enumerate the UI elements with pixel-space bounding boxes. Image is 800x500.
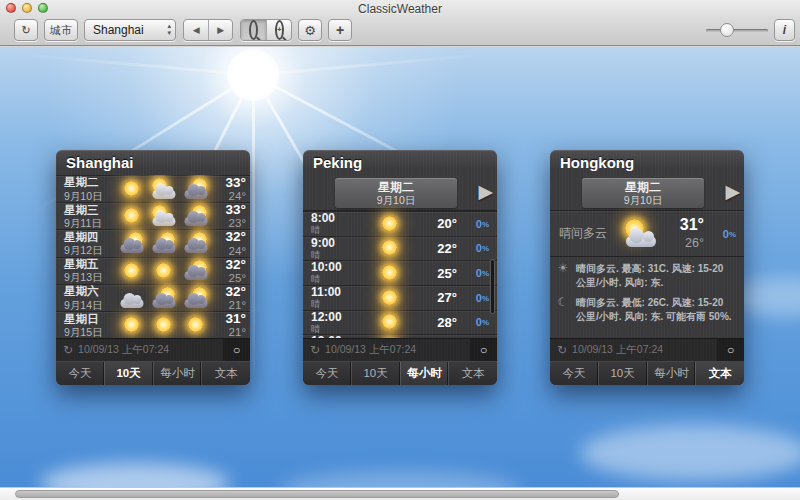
suncloud-dark-icon xyxy=(180,232,212,255)
hourly-icon xyxy=(359,286,421,309)
refresh-icon[interactable]: ↻ xyxy=(557,343,567,357)
tab-每小时[interactable]: 每小时 xyxy=(400,362,449,385)
titlebar[interactable]: ClassicWeather xyxy=(0,0,800,16)
tab-每小时[interactable]: 每小时 xyxy=(647,362,696,385)
suncloud-icon xyxy=(148,205,180,228)
hourly-forecast-row[interactable]: 10:00晴25°0% xyxy=(303,260,497,285)
suncloud-dark-icon xyxy=(180,287,212,310)
day-label: 星期五9月13日 xyxy=(64,258,114,283)
city-button-label: 城市 xyxy=(50,23,72,38)
tab-文本[interactable]: 文本 xyxy=(695,362,744,385)
hourly-forecast-row[interactable]: 12:00晴28°0% xyxy=(303,310,497,335)
horizontal-scrollbar-thumb[interactable] xyxy=(15,490,619,498)
window-title: ClassicWeather xyxy=(0,2,800,16)
weather-panel-shanghai[interactable]: Shanghai 星期二9月10日33°24°50%星期三9月11日33°23°… xyxy=(56,150,250,385)
hourly-forecast-row[interactable]: 8:00晴20°0% xyxy=(303,211,497,236)
temps: 32°21° xyxy=(214,285,246,311)
day-label: 星期日9月15日 xyxy=(64,313,114,338)
next-day-icon[interactable]: ▶ xyxy=(725,180,740,203)
temp: 25° xyxy=(421,266,457,281)
sun-icon xyxy=(148,259,180,282)
daily-forecast-row[interactable]: 星期五9月13日32°25°40% xyxy=(56,257,250,284)
weekday: 星期五 xyxy=(64,258,114,271)
sun-icon: ☀ xyxy=(556,262,570,289)
hourly-icon xyxy=(359,262,421,285)
view-tabs: 今天10天每小时文本 xyxy=(550,361,744,385)
tab-10天[interactable]: 10天 xyxy=(598,362,647,385)
vertical-scrollbar-thumb[interactable] xyxy=(490,259,495,314)
next-day-icon[interactable]: ▶ xyxy=(478,180,493,203)
back-button[interactable]: ◀ xyxy=(184,20,208,40)
daily-icons xyxy=(114,287,214,310)
cloud xyxy=(40,463,230,487)
slider-knob[interactable] xyxy=(720,23,734,37)
zoom-in-button[interactable]: + xyxy=(266,20,291,40)
tab-今天[interactable]: 今天 xyxy=(56,362,104,385)
city-select[interactable]: Shanghai ▴▾ xyxy=(84,19,176,41)
weekday: 星期四 xyxy=(64,231,114,244)
zoom-in-icon: + xyxy=(275,20,284,40)
view-tabs: 今天10天每小时文本 xyxy=(303,361,497,385)
selected-day: 星期二 xyxy=(335,180,457,194)
suncloud-dark-icon xyxy=(148,287,180,310)
time-label: 8:00晴 xyxy=(311,212,359,236)
precip-chance: 0% xyxy=(457,267,491,279)
city-button[interactable]: 城市 xyxy=(44,19,78,41)
sun-icon xyxy=(374,311,406,334)
cloud xyxy=(280,471,520,487)
info-icon: i xyxy=(783,23,786,37)
precip-chance: 50% xyxy=(246,292,250,304)
sun-icon xyxy=(148,314,180,337)
hourly-forecast-row[interactable]: 9:00晴22°0% xyxy=(303,236,497,261)
tab-10天[interactable]: 10天 xyxy=(104,362,153,385)
locate-button[interactable]: ○ xyxy=(717,339,744,361)
weather-panel-peking[interactable]: Peking 星期二 9月10日 ▶ 8:00晴20°0%9:00晴22°0%1… xyxy=(303,150,497,385)
forward-button[interactable]: ▶ xyxy=(208,20,232,40)
suncloud-dark-icon xyxy=(148,232,180,255)
temps: 33°24° xyxy=(214,176,246,202)
tab-今天[interactable]: 今天 xyxy=(550,362,598,385)
refresh-icon[interactable]: ↻ xyxy=(63,343,73,357)
tab-文本[interactable]: 文本 xyxy=(201,362,250,385)
condition: 晴 xyxy=(311,274,359,284)
locate-button[interactable]: ○ xyxy=(470,339,497,361)
precip-chance: 40% xyxy=(246,210,250,222)
suncloud-dark-icon xyxy=(180,259,212,282)
date: 9月11日 xyxy=(64,217,114,229)
weather-panel-hongkong[interactable]: Hongkong 星期二 9月10日 ▶ 晴间多云 31° 26° xyxy=(550,150,744,385)
back-icon: ◀ xyxy=(193,20,200,40)
refresh-button[interactable]: ↻ xyxy=(14,19,38,41)
precip-chance: 40% xyxy=(246,265,250,277)
tab-每小时[interactable]: 每小时 xyxy=(153,362,202,385)
tab-10天[interactable]: 10天 xyxy=(351,362,400,385)
daily-forecast-row[interactable]: 星期六9月14日32°21°50% xyxy=(56,284,250,311)
horizontal-scrollbar[interactable] xyxy=(0,487,800,500)
add-city-button[interactable]: + xyxy=(328,19,352,41)
daily-forecast-row[interactable]: 星期三9月11日33°23°40% xyxy=(56,202,250,229)
day-selector-box[interactable]: 星期二 9月10日 xyxy=(582,178,704,208)
status-bar: ↻ 10/09/13 上午07:24 ○ xyxy=(56,338,250,361)
last-updated: 10/09/13 上午07:24 xyxy=(78,343,169,357)
daily-icons xyxy=(114,314,214,337)
zoom-out-button[interactable] xyxy=(241,20,266,40)
time-label: 11:00晴 xyxy=(311,286,359,310)
daily-forecast-row[interactable]: 星期四9月12日32°24°0% xyxy=(56,229,250,256)
sky-background: Shanghai 星期二9月10日33°24°50%星期三9月11日33°23°… xyxy=(0,47,800,487)
opacity-slider[interactable] xyxy=(706,29,768,32)
daily-forecast-row[interactable]: 星期二9月10日33°24°50% xyxy=(56,175,250,202)
tab-文本[interactable]: 文本 xyxy=(448,362,497,385)
daily-forecast-row[interactable]: 星期日9月15日31°21°0% xyxy=(56,311,250,338)
precip-chance: 0% xyxy=(246,319,250,331)
suncloud-dark-icon xyxy=(180,178,212,201)
tab-今天[interactable]: 今天 xyxy=(303,362,351,385)
hourly-forecast-row[interactable]: 11:00晴27°0% xyxy=(303,285,497,310)
day-selector-box[interactable]: 星期二 9月10日 xyxy=(335,178,457,208)
suncloud-dark-icon xyxy=(116,232,148,255)
locate-button[interactable]: ○ xyxy=(223,339,250,361)
toolbar: ↻ 城市 Shanghai ▴▾ ◀ ▶ + ⚙ + xyxy=(0,16,800,46)
settings-button[interactable]: ⚙ xyxy=(298,19,322,41)
time: 12:00 xyxy=(311,311,359,324)
condition: 晴 xyxy=(311,324,359,334)
refresh-icon[interactable]: ↻ xyxy=(310,343,320,357)
info-button[interactable]: i xyxy=(774,19,795,41)
